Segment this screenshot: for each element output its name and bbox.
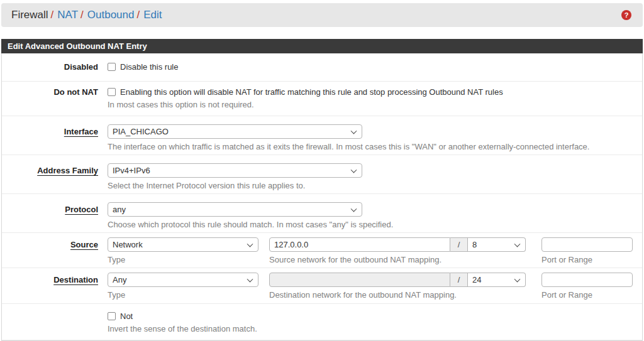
disable-rule-checkbox[interactable] bbox=[108, 63, 116, 71]
do-not-nat-checkbox[interactable] bbox=[108, 88, 116, 96]
breadcrumb-separator: / bbox=[51, 9, 54, 21]
form-row-do-not-nat: Do not NAT Enabling this option will dis… bbox=[2, 82, 642, 116]
source-label: Source bbox=[70, 240, 98, 249]
address-family-select-wrap: IPv4+IPv6 bbox=[108, 163, 362, 178]
protocol-label: Protocol bbox=[65, 205, 98, 214]
address-family-label: Address Family bbox=[37, 166, 98, 175]
breadcrumb: Firewall / NAT / Outbound / Edit ? bbox=[1, 3, 643, 27]
source-network-input[interactable] bbox=[269, 237, 450, 252]
form-row-disabled: Disabled Disable this rule bbox=[2, 53, 642, 82]
not-help: Invert the sense of the destination matc… bbox=[108, 324, 642, 333]
disabled-checkbox-row: Disable this rule bbox=[108, 62, 642, 72]
form-row-address-family: Address Family IPv4+IPv6 Select the Inte… bbox=[2, 155, 642, 194]
breadcrumb-firewall: Firewall bbox=[11, 9, 48, 21]
not-checkbox-row: Not bbox=[108, 311, 642, 321]
destination-network-input bbox=[269, 273, 450, 287]
disabled-label: Disabled bbox=[64, 62, 98, 72]
do-not-nat-help: In most cases this option is not require… bbox=[108, 100, 642, 109]
destination-label: Destination bbox=[53, 275, 98, 284]
source-type-select-wrap: Network bbox=[108, 237, 258, 252]
destination-mask-separator: / bbox=[450, 273, 468, 287]
breadcrumb-separator: / bbox=[136, 9, 140, 21]
destination-type-help: Type bbox=[108, 290, 258, 300]
breadcrumb-separator: / bbox=[80, 9, 84, 21]
form-row-interface: Interface PIA_CHICAGO The interface on w… bbox=[2, 116, 642, 155]
destination-mask-select[interactable]: 24 bbox=[468, 273, 526, 287]
interface-select-wrap: PIA_CHICAGO bbox=[108, 124, 362, 139]
source-network-help: Source network for the outbound NAT mapp… bbox=[269, 255, 526, 264]
disable-rule-checkbox-label: Disable this rule bbox=[120, 62, 179, 72]
source-mask-select-wrap: 8 bbox=[468, 237, 526, 252]
source-type-select[interactable]: Network bbox=[108, 237, 258, 252]
do-not-nat-label: Do not NAT bbox=[53, 87, 98, 97]
breadcrumb-link-outbound[interactable]: Outbound bbox=[87, 9, 135, 21]
breadcrumb-link-edit[interactable]: Edit bbox=[143, 9, 162, 21]
not-checkbox-label: Not bbox=[120, 311, 133, 321]
address-family-help: Select the Internet Protocol version thi… bbox=[108, 181, 642, 190]
source-mask-separator: / bbox=[450, 237, 468, 252]
source-port-input[interactable] bbox=[541, 237, 633, 252]
destination-port-input[interactable] bbox=[541, 273, 633, 287]
not-checkbox[interactable] bbox=[108, 312, 116, 320]
destination-port-help: Port or Range bbox=[541, 290, 633, 300]
destination-type-select[interactable]: Any bbox=[108, 273, 258, 287]
interface-label: Interface bbox=[64, 127, 98, 136]
form-row-not: Not Invert the sense of the destination … bbox=[2, 304, 642, 340]
edit-nat-panel: Edit Advanced Outbound NAT Entry Disable… bbox=[1, 39, 643, 341]
form-row-protocol: Protocol any Choose which protocol this … bbox=[2, 194, 642, 233]
interface-help: The interface on which traffic is matche… bbox=[108, 142, 642, 151]
panel-title: Edit Advanced Outbound NAT Entry bbox=[1, 39, 643, 53]
help-icon[interactable]: ? bbox=[621, 10, 631, 20]
destination-network-help: Destination network for the outbound NAT… bbox=[269, 290, 526, 300]
breadcrumb-link-nat[interactable]: NAT bbox=[57, 9, 78, 21]
form-row-source: Source Network Type / 8 bbox=[2, 233, 642, 268]
address-family-select[interactable]: IPv4+IPv6 bbox=[108, 163, 362, 178]
source-mask-select[interactable]: 8 bbox=[468, 237, 526, 252]
protocol-select-wrap: any bbox=[108, 202, 362, 217]
protocol-select[interactable]: any bbox=[108, 202, 362, 217]
source-port-help: Port or Range bbox=[541, 255, 633, 264]
do-not-nat-checkbox-label: Enabling this option will disable NAT fo… bbox=[120, 87, 503, 97]
destination-mask-select-wrap: 24 bbox=[468, 273, 526, 287]
source-type-help: Type bbox=[108, 255, 258, 264]
form-row-destination: Destination Any Type / 24 bbox=[2, 268, 642, 304]
destination-type-select-wrap: Any bbox=[108, 273, 258, 287]
interface-select[interactable]: PIA_CHICAGO bbox=[108, 124, 362, 139]
do-not-nat-checkbox-row: Enabling this option will disable NAT fo… bbox=[108, 87, 642, 97]
protocol-help: Choose which protocol this rule should m… bbox=[108, 220, 642, 229]
